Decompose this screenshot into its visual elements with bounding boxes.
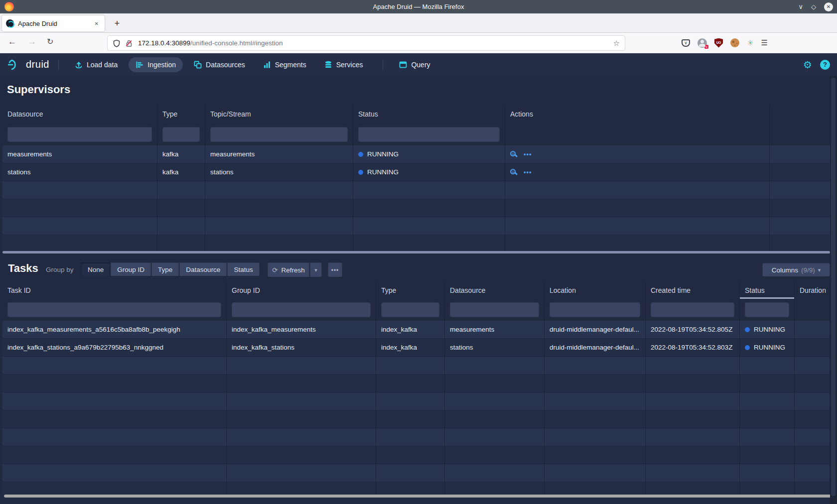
nav-item-ingestion[interactable]: Ingestion [129, 57, 183, 72]
nav-item-load-data[interactable]: Load data [68, 57, 125, 72]
empty-row [2, 428, 830, 446]
menu-icon[interactable]: ☰ [761, 38, 767, 47]
task-row[interactable]: index_kafka_measurements_a5616c5ba8afb8b… [2, 321, 830, 339]
col-header-duration[interactable]: Duration [795, 281, 830, 299]
window-close-button[interactable]: ✕ [824, 2, 833, 11]
supervisors-header: Supervisors ⟳ Refresh ▾ ••• Columns (5/5… [0, 76, 837, 105]
group-by-group-id-button[interactable]: Group ID [111, 262, 151, 276]
pocket-icon[interactable]: ∨ [682, 39, 690, 47]
col-header-task-id[interactable]: Task ID [2, 281, 227, 299]
empty-row [2, 199, 830, 217]
url-text[interactable]: 172.18.0.4:30899/unified-console.html#in… [138, 39, 613, 47]
col-header-location[interactable]: Location [545, 281, 646, 299]
tasks-header: Tasks Group by None Group ID Type Dataso… [0, 256, 837, 281]
group-by-datasource-button[interactable]: Datasource [179, 262, 227, 276]
col-header-actions: Actions [505, 105, 770, 124]
filter-input-group-id[interactable] [232, 302, 371, 317]
task-row[interactable]: index_kafka_stations_a9a679b22795b63_nnk… [2, 339, 830, 357]
col-header-status-sorted[interactable]: Status [740, 281, 795, 299]
back-button[interactable]: ← [8, 37, 16, 47]
supervisor-row[interactable]: stations kafka stations RUNNING ••• [2, 163, 830, 181]
group-by-type-button[interactable]: Type [151, 262, 179, 276]
group-by-none-button[interactable]: None [81, 262, 110, 276]
tracking-shield-icon[interactable] [113, 39, 121, 47]
cell-group-id: index_kafka_stations [227, 339, 376, 356]
col-header-status[interactable]: Status [353, 105, 505, 124]
bookmark-star-icon[interactable]: ☆ [613, 39, 620, 48]
col-header-type[interactable]: Type [376, 281, 445, 299]
row-more-icon[interactable]: ••• [524, 150, 532, 158]
filter-input-status[interactable] [745, 302, 789, 317]
cell-duration [795, 321, 830, 338]
insecure-lock-icon[interactable] [125, 39, 133, 47]
empty-row [2, 235, 830, 252]
filter-input-status[interactable] [358, 127, 500, 142]
filter-input-location[interactable] [550, 302, 640, 317]
nav-label: Services [336, 61, 363, 69]
supervisors-horizontal-scrollbar[interactable] [2, 251, 830, 253]
filter-input-created-time[interactable] [651, 302, 734, 317]
filter-input-datasource[interactable] [450, 302, 539, 317]
status-dot [745, 345, 750, 350]
browser-tab-apache-druid[interactable]: Apache Druid ✕ [2, 15, 105, 31]
reload-button[interactable]: ↻ [47, 37, 53, 46]
ublock-origin-icon[interactable]: UO [714, 38, 723, 48]
cell-type: kafka [157, 163, 205, 181]
col-header-type[interactable]: Type [157, 105, 205, 124]
cookie-extension-icon[interactable] [730, 38, 739, 47]
group-by-label: Group by [46, 266, 74, 273]
supervisors-table: Datasource Type Topic/Stream Status Acti… [2, 105, 830, 252]
cell-location: druid-middlemanager-defaul... [545, 339, 646, 356]
nav-item-services[interactable]: Services [317, 57, 370, 72]
help-icon[interactable]: ? [820, 60, 830, 70]
tasks-refresh-button[interactable]: ⟳ Refresh [268, 262, 309, 277]
druid-brand[interactable]: druid [8, 58, 49, 71]
group-by-button-group: None Group ID Type Datasource Status [81, 262, 260, 276]
status-dot [358, 152, 363, 157]
tab-close-icon[interactable]: ✕ [93, 20, 101, 27]
col-header-datasource[interactable]: Datasource [445, 281, 545, 299]
col-header-datasource[interactable]: Datasource [2, 105, 157, 124]
col-header-group-id[interactable]: Group ID [227, 281, 376, 299]
cell-status: RUNNING [740, 321, 795, 338]
group-by-status-button[interactable]: Status [227, 262, 259, 276]
nav-item-segments[interactable]: Segments [256, 57, 313, 72]
col-header-topic-stream[interactable]: Topic/Stream [205, 105, 353, 124]
tasks-columns-button[interactable]: Columns (9/9) ▾ [762, 263, 830, 277]
druid-brand-text: druid [26, 59, 49, 70]
page-scrollbar-thumb[interactable] [831, 78, 836, 496]
nav-item-query[interactable]: Query [392, 57, 437, 72]
filter-input-type[interactable] [381, 302, 439, 317]
magnifier-icon[interactable] [510, 169, 516, 174]
druid-favicon-icon [6, 19, 14, 27]
extension-asterisk-icon[interactable]: ✳ [747, 38, 753, 48]
window-maximize-button[interactable]: ◇ [811, 0, 816, 13]
status-dot [358, 170, 363, 175]
query-icon [399, 61, 407, 69]
window-minimize-button[interactable]: ∨ [798, 0, 803, 13]
empty-row [2, 217, 830, 235]
supervisors-title: Supervisors [7, 83, 70, 96]
filter-input-type[interactable] [162, 127, 200, 142]
new-tab-button[interactable]: + [111, 17, 124, 30]
filter-input-topic-stream[interactable] [210, 127, 348, 142]
filter-input-task-id[interactable] [7, 302, 221, 317]
columns-label: Columns [772, 266, 798, 274]
settings-gear-icon[interactable]: ⚙ [803, 59, 812, 71]
nav-item-datasources[interactable]: Datasources [187, 57, 252, 72]
magnifier-icon[interactable] [510, 151, 516, 156]
url-host: 172.18.0.4:30899 [138, 39, 190, 47]
row-more-icon[interactable]: ••• [524, 168, 532, 176]
window-title: Apache Druid — Mozilla Firefox [0, 0, 837, 13]
columns-count: (9/9) [801, 266, 815, 274]
tasks-refresh-dropdown-button[interactable]: ▾ [310, 262, 322, 277]
status-dot [745, 327, 750, 332]
col-header-created-time[interactable]: Created time [646, 281, 740, 299]
segments-icon [263, 61, 271, 69]
filter-input-datasource[interactable] [7, 127, 152, 142]
url-bar[interactable]: 172.18.0.4:30899/unified-console.html#in… [107, 35, 625, 51]
tasks-more-button[interactable]: ••• [328, 262, 342, 277]
supervisor-row[interactable]: measurements kafka measurements RUNNING … [2, 145, 830, 163]
tasks-horizontal-scrollbar[interactable] [4, 495, 831, 498]
account-extension-icon[interactable]: x [698, 38, 707, 48]
